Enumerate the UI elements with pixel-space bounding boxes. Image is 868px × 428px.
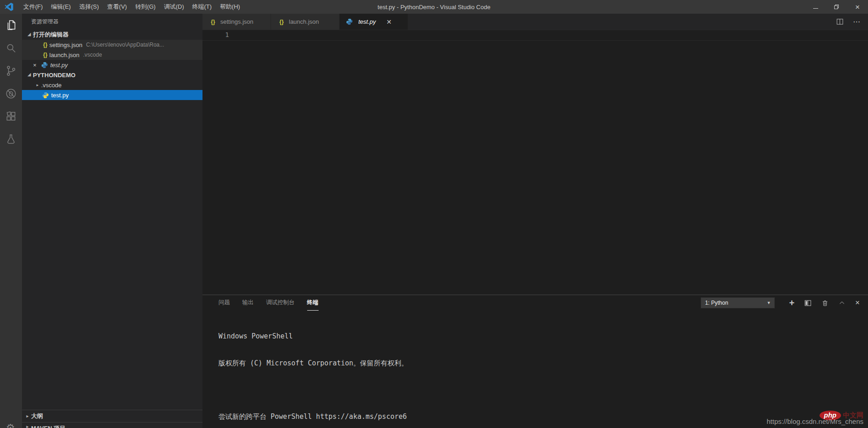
- chevron-expanded-icon: ◢: [26, 72, 33, 77]
- git-branch-icon: [5, 65, 17, 77]
- activity-explorer-button[interactable]: [0, 14, 22, 37]
- menu-selection[interactable]: 选择(S): [75, 0, 103, 14]
- editor-tab-bar: {} settings.json {} launch.json test.py …: [202, 14, 868, 30]
- close-panel-icon[interactable]: ×: [855, 298, 860, 307]
- new-terminal-icon[interactable]: +: [789, 298, 794, 307]
- dropdown-arrow-icon: ▼: [767, 301, 771, 305]
- outline-label: 大纲: [31, 412, 43, 420]
- tab-launch-json[interactable]: {} launch.json: [271, 14, 340, 30]
- tab-label: test.py: [358, 18, 376, 25]
- split-editor-icon[interactable]: [836, 18, 844, 26]
- open-editors-section-header[interactable]: ◢ 打开的编辑器: [22, 30, 202, 40]
- terminal-line: 版权所有 (C) Microsoft Corporation。保留所有权利。: [218, 359, 868, 368]
- tab-label: settings.json: [220, 18, 253, 25]
- terminal-blank-line: [218, 386, 868, 395]
- line-number: 1: [220, 31, 229, 38]
- python-icon: [41, 62, 48, 69]
- titlebar: 文件(F) 编辑(E) 选择(S) 查看(V) 转到(G) 调试(D) 终端(T…: [0, 0, 868, 14]
- panel-tab-problems[interactable]: 问题: [218, 295, 230, 311]
- terminal-instance-label: 1: Python: [705, 300, 728, 306]
- menu-go[interactable]: 转到(G): [131, 0, 160, 14]
- panel-tab-terminal[interactable]: 终端: [307, 295, 319, 311]
- restore-icon: [834, 5, 839, 9]
- current-line-highlight: [202, 30, 868, 41]
- open-editor-item-testpy[interactable]: × test.py: [22, 60, 202, 70]
- maximize-panel-chevron-icon[interactable]: [838, 299, 846, 306]
- file-name: launch.json: [49, 52, 80, 58]
- activity-bar: ⚙: [0, 14, 22, 428]
- panel-tab-debug-console[interactable]: 调试控制台: [266, 295, 295, 311]
- sidebar-bottom-sections: ▸ 大纲 ▸ MAVEN 项目: [22, 410, 202, 428]
- chevron-collapsed-icon: ▸: [24, 414, 31, 418]
- menu-view[interactable]: 查看(V): [103, 0, 131, 14]
- python-icon: [346, 18, 353, 25]
- panel-header: 问题 输出 调试控制台 终端 1: Python ▼ + ×: [202, 295, 868, 311]
- chevron-expanded-icon: ◢: [26, 32, 33, 37]
- activity-extensions-button[interactable]: [0, 105, 22, 128]
- panel-tab-output[interactable]: 输出: [242, 295, 254, 311]
- outline-section-header[interactable]: ▸ 大纲: [22, 410, 202, 422]
- close-tab-icon[interactable]: ✕: [386, 18, 392, 26]
- menu-file[interactable]: 文件(F): [19, 0, 47, 14]
- maven-section-header[interactable]: ▸ MAVEN 项目: [22, 422, 202, 428]
- split-terminal-icon[interactable]: [804, 299, 812, 307]
- json-braces-icon: {}: [41, 42, 49, 48]
- restore-button[interactable]: [826, 0, 847, 14]
- bottom-panel: 问题 输出 调试控制台 终端 1: Python ▼ + × Windows P…: [202, 295, 868, 428]
- kill-terminal-trash-icon[interactable]: [821, 299, 829, 307]
- activity-search-button[interactable]: [0, 37, 22, 59]
- sidebar-title: 资源管理器: [22, 14, 202, 30]
- tabbar-actions: ⋯: [836, 14, 868, 30]
- menu-terminal[interactable]: 终端(T): [188, 0, 216, 14]
- tab-settings-json[interactable]: {} settings.json: [202, 14, 271, 30]
- chevron-collapsed-icon: ▸: [34, 83, 41, 87]
- close-editor-icon[interactable]: ×: [31, 62, 38, 69]
- window-controls: ×: [805, 0, 868, 14]
- panel-actions: 1: Python ▼ + ×: [701, 297, 868, 308]
- settings-gear-icon-partial[interactable]: ⚙: [6, 422, 15, 428]
- file-name: test.py: [50, 62, 68, 69]
- activity-source-control-button[interactable]: [0, 59, 22, 82]
- watermark: php 中文网 https://blog.csdn.net/Mrs_chens: [767, 411, 863, 425]
- open-editor-item-launch[interactable]: {} launch.json .vscode: [22, 50, 202, 60]
- debug-no-bug-icon: [5, 88, 17, 100]
- folder-name-label: PYTHONDEMO: [33, 72, 75, 79]
- editor-body[interactable]: 1: [202, 30, 868, 295]
- json-braces-icon: {}: [277, 19, 286, 25]
- file-path: C:\Users\lenovo\AppData\Roa...: [86, 42, 164, 48]
- more-actions-icon[interactable]: ⋯: [853, 17, 861, 26]
- extensions-icon: [5, 111, 17, 122]
- close-window-button[interactable]: ×: [847, 0, 868, 14]
- close-icon: ×: [855, 3, 860, 11]
- minimize-button[interactable]: [805, 0, 826, 14]
- tree-item-vscode-folder[interactable]: ▸ .vscode: [22, 80, 202, 90]
- watermark-url: https://blog.csdn.net/Mrs_chens: [767, 417, 863, 425]
- menu-edit[interactable]: 编辑(E): [47, 0, 75, 14]
- tab-label: launch.json: [289, 18, 319, 25]
- file-name: test.py: [51, 92, 69, 99]
- chevron-collapsed-icon: ▸: [24, 424, 31, 428]
- folder-label: .vscode: [41, 82, 62, 89]
- file-name: settings.json: [49, 42, 82, 48]
- file-path: .vscode: [83, 52, 102, 58]
- terminal-instance-select[interactable]: 1: Python ▼: [701, 297, 775, 308]
- activity-debug-button[interactable]: [0, 82, 22, 105]
- editor-area: {} settings.json {} launch.json test.py …: [202, 14, 868, 295]
- beaker-icon: [5, 133, 17, 145]
- window-title: test.py - PythonDemo - Visual Studio Cod…: [378, 4, 490, 11]
- menu-debug[interactable]: 调试(D): [160, 0, 188, 14]
- open-editor-item-settings[interactable]: {} settings.json C:\Users\lenovo\AppData…: [22, 40, 202, 50]
- files-icon: [5, 19, 17, 31]
- explorer-sidebar: 资源管理器 ◢ 打开的编辑器 {} settings.json C:\Users…: [22, 14, 202, 428]
- menu-help[interactable]: 帮助(H): [216, 0, 244, 14]
- python-icon: [42, 92, 49, 99]
- tree-item-testpy[interactable]: test.py: [22, 90, 202, 100]
- vscode-logo-icon: [5, 2, 14, 11]
- terminal-line: Windows PowerShell: [218, 332, 868, 341]
- activity-test-button[interactable]: [0, 128, 22, 151]
- tab-test-py[interactable]: test.py ✕: [340, 14, 408, 30]
- json-braces-icon: {}: [209, 19, 217, 25]
- search-icon: [5, 42, 17, 54]
- menu-bar: 文件(F) 编辑(E) 选择(S) 查看(V) 转到(G) 调试(D) 终端(T…: [19, 0, 244, 14]
- folder-section-header[interactable]: ◢ PYTHONDEMO: [22, 70, 202, 80]
